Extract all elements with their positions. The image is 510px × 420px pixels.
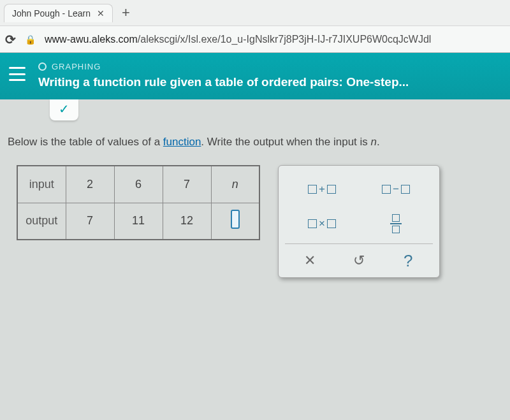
close-tab-icon[interactable]: ✕ (97, 8, 105, 18)
section-label: GRAPHING (38, 62, 497, 71)
answer-input-cell[interactable] (211, 203, 259, 240)
section-text: GRAPHING (52, 62, 101, 71)
question-content: Below is the table of values of a functi… (0, 120, 510, 291)
table-row-input: input 2 6 7 n (17, 166, 259, 203)
function-link[interactable]: function (163, 136, 201, 148)
browser-tab[interactable]: John Pough - Learn ✕ (4, 4, 113, 22)
output-cell: 11 (114, 203, 163, 240)
url-display[interactable]: www-awu.aleks.com/alekscgi/x/Isl.exe/1o_… (45, 34, 431, 45)
tab-title: John Pough - Learn (12, 8, 91, 18)
url-path: /alekscgi/x/Isl.exe/1o_u-IgNslkr7j8P3jH-… (138, 34, 432, 45)
input-cell: 6 (114, 166, 163, 203)
answer-slot (231, 210, 240, 229)
keypad-help-button[interactable]: ? (384, 248, 433, 273)
keypad-plus-button[interactable]: + (300, 177, 344, 202)
lock-icon: 🔒 (25, 34, 36, 45)
output-cell: 12 (163, 203, 211, 240)
topic-title: Writing a function rule given a table of… (38, 75, 497, 89)
keypad-reset-button[interactable]: ↺ (334, 248, 383, 273)
keypad-fraction-button[interactable] (374, 211, 418, 236)
address-bar-row: ⟳ 🔒 www-awu.aleks.com/alekscgi/x/Isl.exe… (0, 25, 510, 52)
input-cell: 7 (163, 166, 211, 203)
progress-check-tab[interactable]: ✓ (50, 99, 78, 120)
question-prompt: Below is the table of values of a functi… (8, 136, 502, 148)
check-icon: ✓ (59, 102, 69, 116)
input-cell: 2 (66, 166, 114, 203)
section-circle-icon (38, 62, 47, 71)
url-host: www-awu.aleks.com (45, 34, 138, 45)
output-label: output (17, 203, 66, 240)
prompt-variable: n (371, 136, 377, 148)
math-keypad: + − × ✕ ↺ ? (278, 165, 440, 278)
reload-icon[interactable]: ⟳ (5, 32, 16, 47)
input-cell-variable: n (211, 166, 259, 203)
new-tab-button[interactable]: + (117, 3, 135, 22)
menu-icon[interactable] (9, 67, 26, 81)
values-table: input 2 6 7 n output 7 11 12 (17, 165, 260, 240)
keypad-times-button[interactable]: × (300, 211, 344, 236)
input-label: input (17, 166, 66, 203)
table-row-output: output 7 11 12 (17, 203, 259, 240)
browser-chrome: John Pough - Learn ✕ + ⟳ 🔒 www-awu.aleks… (0, 0, 510, 53)
keypad-minus-button[interactable]: − (374, 177, 418, 202)
topic-header: GRAPHING Writing a function rule given a… (0, 53, 510, 99)
tab-strip: John Pough - Learn ✕ + (0, 0, 510, 25)
output-cell: 7 (66, 203, 114, 240)
keypad-clear-button[interactable]: ✕ (285, 248, 334, 273)
